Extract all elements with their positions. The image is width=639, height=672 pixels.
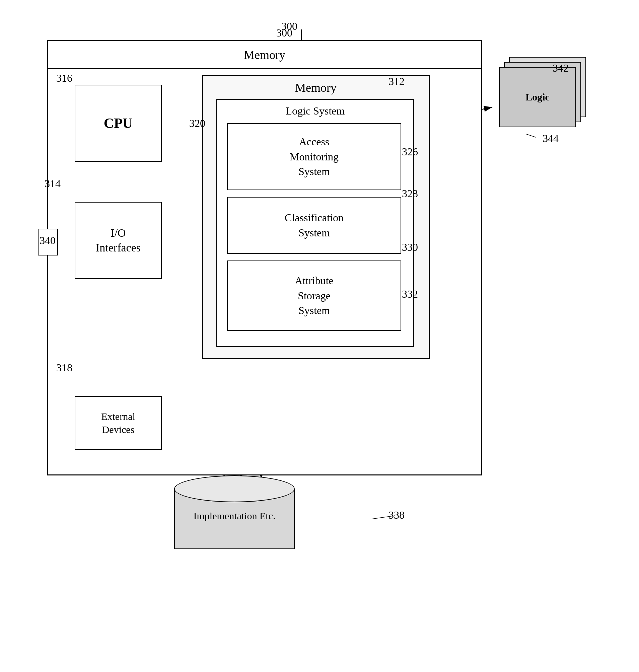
- cpu-box: CPU: [75, 85, 162, 162]
- label-342-text: 342: [552, 62, 569, 74]
- io-box: I/OInterfaces: [75, 202, 162, 279]
- memory-box: Memory Logic System AccessMonitoringSyst…: [202, 75, 430, 359]
- logic-system-box: Logic System AccessMonitoringSystem Clas…: [216, 99, 414, 347]
- label-314-text: 314: [45, 177, 61, 190]
- logic-inner-label: Logic: [526, 91, 549, 103]
- computer-system-title: Memory: [244, 48, 285, 62]
- classification-system-box: ClassificationSystem: [227, 197, 401, 254]
- external-devices-label: ExternalDevices: [101, 410, 135, 436]
- logic-stack-container: Logic: [499, 57, 593, 130]
- cs-divider: [48, 68, 481, 69]
- implementation-cylinder: Implementation Etc.: [174, 475, 295, 556]
- cylinder-label: Implementation Etc.: [174, 509, 295, 523]
- attribute-storage-system-label: AttributeStorageSystem: [295, 273, 333, 318]
- attribute-storage-system-box: AttributeStorageSystem: [227, 261, 401, 331]
- label-312-text: 312: [389, 75, 405, 88]
- diagram: 300 Memory CPU I/OInterfaces Memory Logi…: [27, 13, 613, 650]
- label-320-text: 320: [189, 117, 205, 129]
- label-318-text: 318: [56, 362, 72, 374]
- label-328-text: 328: [402, 188, 418, 200]
- ams-box: AccessMonitoringSystem: [227, 123, 401, 190]
- label-338-text: 338: [389, 509, 405, 521]
- memory-title: Memory: [295, 81, 337, 95]
- label-340-text: 340: [40, 234, 56, 247]
- label-332-text: 332: [402, 288, 418, 300]
- label-344-text: 344: [543, 132, 559, 145]
- logic-system-title: Logic System: [286, 105, 345, 117]
- cylinder-top: [174, 475, 295, 502]
- svg-line-33: [526, 134, 536, 137]
- external-devices-box: ExternalDevices: [75, 396, 162, 450]
- label-326-text: 326: [402, 146, 418, 158]
- io-label: I/OInterfaces: [96, 226, 141, 255]
- ams-label: AccessMonitoringSystem: [290, 134, 339, 179]
- classification-system-label: ClassificationSystem: [285, 210, 344, 240]
- label-300-text: 300: [276, 27, 292, 39]
- computer-system-box: Memory CPU I/OInterfaces Memory Logic Sy…: [47, 40, 482, 475]
- label-330-text: 330: [402, 241, 418, 253]
- label-316-text: 316: [56, 72, 72, 84]
- logic-box-front: Logic: [499, 67, 576, 127]
- cpu-label: CPU: [104, 115, 133, 131]
